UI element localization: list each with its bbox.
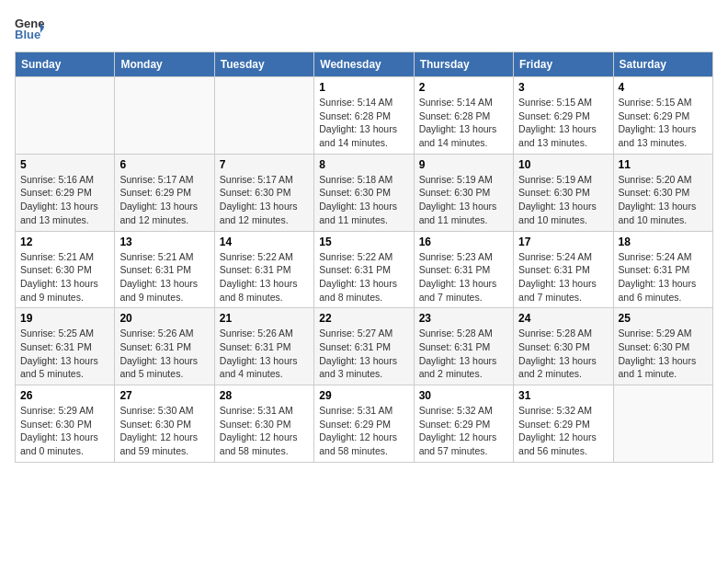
day-number: 29 bbox=[319, 389, 408, 402]
day-number: 14 bbox=[220, 236, 309, 248]
day-cell: 2Sunrise: 5:14 AM Sunset: 6:28 PM Daylig… bbox=[414, 77, 513, 155]
day-info: Sunrise: 5:15 AM Sunset: 6:29 PM Dayligh… bbox=[518, 96, 608, 150]
day-number: 31 bbox=[518, 389, 608, 402]
day-cell bbox=[16, 77, 115, 155]
day-header-sunday: Sunday bbox=[16, 52, 115, 77]
day-number: 9 bbox=[419, 158, 508, 171]
day-cell: 17Sunrise: 5:24 AM Sunset: 6:31 PM Dayli… bbox=[514, 231, 613, 308]
week-row-5: 26Sunrise: 5:29 AM Sunset: 6:30 PM Dayli… bbox=[16, 385, 713, 463]
day-info: Sunrise: 5:32 AM Sunset: 6:29 PM Dayligh… bbox=[518, 404, 608, 458]
day-number: 3 bbox=[518, 81, 608, 94]
days-header-row: SundayMondayTuesdayWednesdayThursdayFrid… bbox=[16, 52, 713, 77]
day-header-monday: Monday bbox=[115, 52, 214, 77]
day-number: 23 bbox=[419, 312, 508, 325]
day-cell: 13Sunrise: 5:21 AM Sunset: 6:31 PM Dayli… bbox=[115, 231, 214, 308]
day-info: Sunrise: 5:16 AM Sunset: 6:29 PM Dayligh… bbox=[20, 173, 109, 227]
day-info: Sunrise: 5:29 AM Sunset: 6:30 PM Dayligh… bbox=[20, 404, 109, 458]
day-cell: 29Sunrise: 5:31 AM Sunset: 6:29 PM Dayli… bbox=[314, 385, 414, 463]
day-number: 1 bbox=[319, 81, 408, 94]
day-info: Sunrise: 5:27 AM Sunset: 6:31 PM Dayligh… bbox=[319, 327, 408, 381]
day-info: Sunrise: 5:17 AM Sunset: 6:29 PM Dayligh… bbox=[119, 173, 209, 227]
day-number: 15 bbox=[319, 236, 408, 248]
day-header-thursday: Thursday bbox=[414, 52, 513, 77]
day-info: Sunrise: 5:19 AM Sunset: 6:30 PM Dayligh… bbox=[419, 173, 508, 227]
day-cell: 7Sunrise: 5:17 AM Sunset: 6:30 PM Daylig… bbox=[214, 154, 313, 231]
day-cell: 14Sunrise: 5:22 AM Sunset: 6:31 PM Dayli… bbox=[214, 231, 313, 308]
calendar-table: SundayMondayTuesdayWednesdayThursdayFrid… bbox=[15, 52, 713, 463]
day-info: Sunrise: 5:14 AM Sunset: 6:28 PM Dayligh… bbox=[319, 96, 408, 150]
day-number: 20 bbox=[119, 312, 209, 325]
week-row-4: 19Sunrise: 5:25 AM Sunset: 6:31 PM Dayli… bbox=[16, 308, 713, 385]
day-info: Sunrise: 5:26 AM Sunset: 6:31 PM Dayligh… bbox=[119, 327, 209, 381]
day-number: 8 bbox=[319, 158, 408, 171]
day-info: Sunrise: 5:22 AM Sunset: 6:31 PM Dayligh… bbox=[220, 250, 309, 304]
day-number: 24 bbox=[518, 312, 608, 325]
day-number: 21 bbox=[220, 312, 309, 325]
day-info: Sunrise: 5:22 AM Sunset: 6:31 PM Dayligh… bbox=[319, 250, 408, 304]
day-number: 30 bbox=[419, 389, 508, 402]
day-cell: 21Sunrise: 5:26 AM Sunset: 6:31 PM Dayli… bbox=[214, 308, 313, 385]
day-number: 17 bbox=[518, 236, 608, 248]
day-cell: 12Sunrise: 5:21 AM Sunset: 6:30 PM Dayli… bbox=[16, 231, 115, 308]
day-number: 5 bbox=[20, 158, 109, 171]
day-cell: 5Sunrise: 5:16 AM Sunset: 6:29 PM Daylig… bbox=[16, 154, 115, 231]
day-cell bbox=[115, 77, 214, 155]
day-cell: 20Sunrise: 5:26 AM Sunset: 6:31 PM Dayli… bbox=[115, 308, 214, 385]
day-number: 28 bbox=[220, 389, 309, 402]
day-cell: 15Sunrise: 5:22 AM Sunset: 6:31 PM Dayli… bbox=[314, 231, 414, 308]
day-number: 2 bbox=[419, 81, 508, 94]
day-header-tuesday: Tuesday bbox=[214, 52, 313, 77]
day-cell: 16Sunrise: 5:23 AM Sunset: 6:31 PM Dayli… bbox=[414, 231, 513, 308]
day-cell: 18Sunrise: 5:24 AM Sunset: 6:31 PM Dayli… bbox=[613, 231, 712, 308]
day-header-saturday: Saturday bbox=[613, 52, 712, 77]
day-info: Sunrise: 5:24 AM Sunset: 6:31 PM Dayligh… bbox=[518, 250, 608, 304]
day-number: 6 bbox=[119, 158, 209, 171]
week-row-2: 5Sunrise: 5:16 AM Sunset: 6:29 PM Daylig… bbox=[16, 154, 713, 231]
day-number: 7 bbox=[220, 158, 309, 171]
day-number: 16 bbox=[419, 236, 508, 248]
day-cell: 4Sunrise: 5:15 AM Sunset: 6:29 PM Daylig… bbox=[613, 77, 712, 155]
day-number: 27 bbox=[119, 389, 209, 402]
day-info: Sunrise: 5:32 AM Sunset: 6:29 PM Dayligh… bbox=[419, 404, 508, 458]
day-cell: 26Sunrise: 5:29 AM Sunset: 6:30 PM Dayli… bbox=[16, 385, 115, 463]
svg-text:Blue: Blue bbox=[15, 28, 40, 41]
day-info: Sunrise: 5:14 AM Sunset: 6:28 PM Dayligh… bbox=[419, 96, 508, 150]
day-info: Sunrise: 5:25 AM Sunset: 6:31 PM Dayligh… bbox=[20, 327, 109, 381]
week-row-3: 12Sunrise: 5:21 AM Sunset: 6:30 PM Dayli… bbox=[16, 231, 713, 308]
day-cell: 23Sunrise: 5:28 AM Sunset: 6:31 PM Dayli… bbox=[414, 308, 513, 385]
day-header-friday: Friday bbox=[514, 52, 613, 77]
day-info: Sunrise: 5:31 AM Sunset: 6:29 PM Dayligh… bbox=[319, 404, 408, 458]
day-cell: 19Sunrise: 5:25 AM Sunset: 6:31 PM Dayli… bbox=[16, 308, 115, 385]
day-cell: 27Sunrise: 5:30 AM Sunset: 6:30 PM Dayli… bbox=[115, 385, 214, 463]
day-cell: 9Sunrise: 5:19 AM Sunset: 6:30 PM Daylig… bbox=[414, 154, 513, 231]
day-cell: 8Sunrise: 5:18 AM Sunset: 6:30 PM Daylig… bbox=[314, 154, 414, 231]
day-number: 10 bbox=[518, 158, 608, 171]
week-row-1: 1Sunrise: 5:14 AM Sunset: 6:28 PM Daylig… bbox=[16, 77, 713, 155]
logo-icon: General Blue bbox=[15, 15, 44, 44]
day-info: Sunrise: 5:21 AM Sunset: 6:31 PM Dayligh… bbox=[119, 250, 209, 304]
day-number: 11 bbox=[619, 158, 708, 171]
day-info: Sunrise: 5:23 AM Sunset: 6:31 PM Dayligh… bbox=[419, 250, 508, 304]
day-cell: 10Sunrise: 5:19 AM Sunset: 6:30 PM Dayli… bbox=[514, 154, 613, 231]
day-info: Sunrise: 5:31 AM Sunset: 6:30 PM Dayligh… bbox=[220, 404, 309, 458]
day-info: Sunrise: 5:15 AM Sunset: 6:29 PM Dayligh… bbox=[619, 96, 708, 150]
day-info: Sunrise: 5:30 AM Sunset: 6:30 PM Dayligh… bbox=[119, 404, 209, 458]
day-cell: 1Sunrise: 5:14 AM Sunset: 6:28 PM Daylig… bbox=[314, 77, 414, 155]
day-cell: 3Sunrise: 5:15 AM Sunset: 6:29 PM Daylig… bbox=[514, 77, 613, 155]
day-cell: 11Sunrise: 5:20 AM Sunset: 6:30 PM Dayli… bbox=[613, 154, 712, 231]
day-info: Sunrise: 5:19 AM Sunset: 6:30 PM Dayligh… bbox=[518, 173, 608, 227]
day-cell: 24Sunrise: 5:28 AM Sunset: 6:30 PM Dayli… bbox=[514, 308, 613, 385]
day-cell: 22Sunrise: 5:27 AM Sunset: 6:31 PM Dayli… bbox=[314, 308, 414, 385]
day-number: 4 bbox=[619, 81, 708, 94]
day-cell bbox=[613, 385, 712, 463]
day-cell: 31Sunrise: 5:32 AM Sunset: 6:29 PM Dayli… bbox=[514, 385, 613, 463]
day-info: Sunrise: 5:26 AM Sunset: 6:31 PM Dayligh… bbox=[220, 327, 309, 381]
day-number: 22 bbox=[319, 312, 408, 325]
day-header-wednesday: Wednesday bbox=[314, 52, 414, 77]
day-info: Sunrise: 5:28 AM Sunset: 6:30 PM Dayligh… bbox=[518, 327, 608, 381]
page-header: General Blue bbox=[15, 15, 713, 44]
day-number: 13 bbox=[119, 236, 209, 248]
logo: General Blue bbox=[15, 15, 44, 44]
day-cell bbox=[214, 77, 313, 155]
day-cell: 25Sunrise: 5:29 AM Sunset: 6:30 PM Dayli… bbox=[613, 308, 712, 385]
